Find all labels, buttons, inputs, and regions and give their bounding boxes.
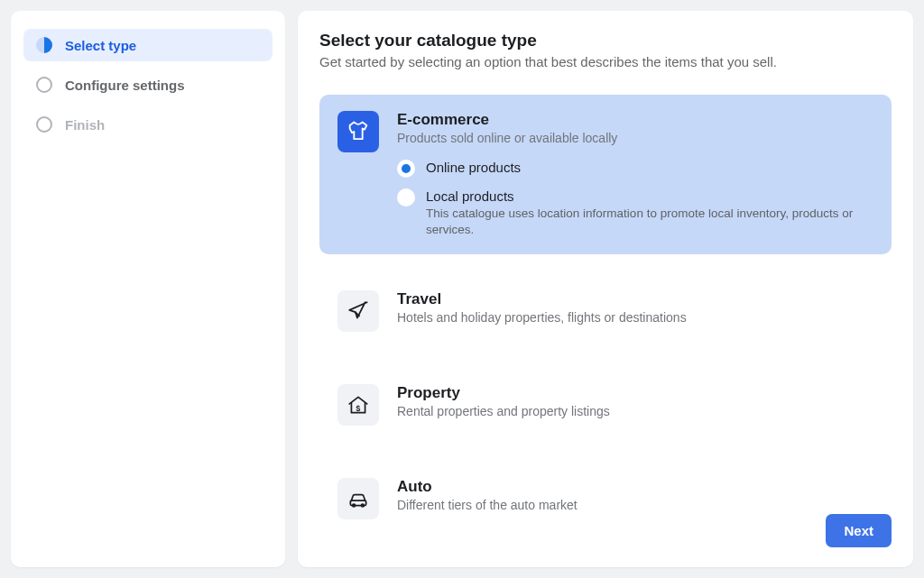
radio-label: Local products xyxy=(426,188,873,204)
car-icon xyxy=(337,478,379,519)
option-title: Auto xyxy=(397,478,873,496)
step-label: Select type xyxy=(65,38,136,53)
option-property[interactable]: $ Property Rental properties and propert… xyxy=(319,368,892,442)
svg-text:$: $ xyxy=(356,404,361,413)
wizard-sidebar: Select type Configure settings Finish xyxy=(11,11,285,567)
house-dollar-icon: $ xyxy=(337,384,379,426)
plane-icon xyxy=(337,290,379,332)
shirt-icon xyxy=(337,111,379,152)
option-travel[interactable]: Travel Hotels and holiday properties, fl… xyxy=(319,274,892,348)
radio-label: Online products xyxy=(426,160,521,175)
option-desc: Hotels and holiday properties, flights o… xyxy=(397,310,873,325)
option-title: E-commerce xyxy=(397,111,873,129)
option-title: Property xyxy=(397,384,873,402)
option-title: Travel xyxy=(397,290,873,308)
ecommerce-radio-group: Online products Local products This cata… xyxy=(397,160,873,238)
next-button[interactable]: Next xyxy=(826,514,892,547)
step-finish[interactable]: Finish xyxy=(23,108,273,141)
step-label: Configure settings xyxy=(65,78,185,93)
page-title: Select your catalogue type xyxy=(319,31,892,50)
option-desc: Products sold online or available locall… xyxy=(397,131,873,145)
option-body: Travel Hotels and holiday properties, fl… xyxy=(397,290,873,332)
option-ecommerce[interactable]: E-commerce Products sold online or avail… xyxy=(319,95,892,254)
catalogue-options: E-commerce Products sold online or avail… xyxy=(319,95,892,536)
option-body: Auto Different tiers of the auto market xyxy=(397,478,873,519)
main-panel: Select your catalogue type Get started b… xyxy=(298,11,913,567)
radio-online-products[interactable]: Online products xyxy=(397,160,873,178)
step-select-type[interactable]: Select type xyxy=(23,29,273,61)
step-label: Finish xyxy=(65,117,105,133)
empty-circle-icon xyxy=(36,116,52,133)
radio-icon xyxy=(397,188,415,206)
radio-sublabel: This catalogue uses location information… xyxy=(426,206,873,238)
option-auto[interactable]: Auto Different tiers of the auto market xyxy=(319,462,892,536)
option-body: Property Rental properties and property … xyxy=(397,384,873,426)
page-subtitle: Get started by selecting an option that … xyxy=(319,54,892,69)
half-circle-icon xyxy=(36,37,52,53)
radio-icon xyxy=(397,160,415,178)
step-configure-settings[interactable]: Configure settings xyxy=(23,69,273,101)
radio-local-products[interactable]: Local products This catalogue uses locat… xyxy=(397,188,873,238)
option-body: E-commerce Products sold online or avail… xyxy=(397,111,873,238)
option-desc: Different tiers of the auto market xyxy=(397,498,873,512)
empty-circle-icon xyxy=(36,77,52,93)
option-desc: Rental properties and property listings xyxy=(397,404,873,418)
